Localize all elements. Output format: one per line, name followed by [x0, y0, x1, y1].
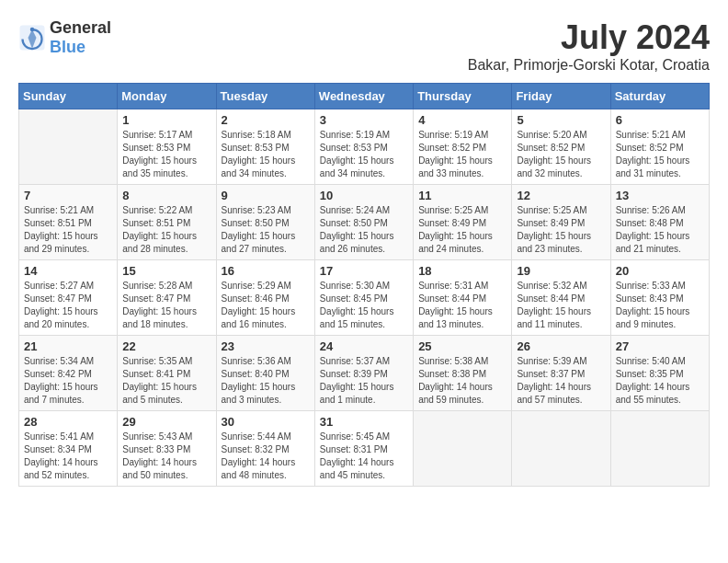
logo-blue: Blue — [50, 38, 85, 56]
day-number: 1 — [122, 113, 210, 127]
day-info: Sunrise: 5:22 AM Sunset: 8:51 PM Dayligh… — [122, 204, 210, 256]
day-cell: 4Sunrise: 5:19 AM Sunset: 8:52 PM Daylig… — [414, 109, 512, 185]
logo-general: General — [50, 18, 111, 37]
page-header: General Blue July 2024 Bakar, Primorje-G… — [18, 18, 710, 74]
day-info: Sunrise: 5:39 AM Sunset: 8:37 PM Dayligh… — [517, 355, 605, 407]
day-info: Sunrise: 5:45 AM Sunset: 8:31 PM Dayligh… — [320, 431, 408, 482]
day-cell: 15Sunrise: 5:28 AM Sunset: 8:47 PM Dayli… — [118, 260, 216, 336]
location-title: Bakar, Primorje-Gorski Kotar, Croatia — [468, 57, 710, 74]
day-cell: 28Sunrise: 5:41 AM Sunset: 8:34 PM Dayli… — [19, 411, 118, 487]
day-info: Sunrise: 5:21 AM Sunset: 8:52 PM Dayligh… — [616, 129, 704, 180]
day-number: 5 — [517, 113, 605, 127]
day-cell: 21Sunrise: 5:34 AM Sunset: 8:42 PM Dayli… — [19, 336, 118, 411]
day-info: Sunrise: 5:24 AM Sunset: 8:50 PM Dayligh… — [320, 204, 408, 256]
day-cell: 3Sunrise: 5:19 AM Sunset: 8:53 PM Daylig… — [314, 109, 413, 185]
day-info: Sunrise: 5:44 AM Sunset: 8:32 PM Dayligh… — [222, 431, 310, 482]
day-cell — [414, 411, 512, 487]
header-wednesday: Wednesday — [314, 84, 413, 109]
day-cell: 5Sunrise: 5:20 AM Sunset: 8:52 PM Daylig… — [512, 109, 610, 185]
day-cell: 6Sunrise: 5:21 AM Sunset: 8:52 PM Daylig… — [610, 109, 709, 185]
day-number: 14 — [24, 264, 112, 278]
day-info: Sunrise: 5:19 AM Sunset: 8:52 PM Dayligh… — [418, 129, 506, 180]
calendar-header-row: SundayMondayTuesdayWednesdayThursdayFrid… — [19, 84, 710, 109]
day-number: 8 — [122, 189, 210, 202]
day-info: Sunrise: 5:20 AM Sunset: 8:52 PM Dayligh… — [517, 129, 605, 180]
day-number: 21 — [24, 339, 112, 353]
day-number: 13 — [616, 189, 704, 202]
day-cell: 12Sunrise: 5:25 AM Sunset: 8:49 PM Dayli… — [512, 185, 610, 260]
day-info: Sunrise: 5:33 AM Sunset: 8:43 PM Dayligh… — [616, 280, 704, 331]
header-monday: Monday — [118, 84, 216, 109]
logo-text: General Blue — [50, 18, 111, 57]
day-number: 30 — [222, 415, 310, 429]
day-number: 23 — [222, 339, 310, 353]
day-cell: 25Sunrise: 5:38 AM Sunset: 8:38 PM Dayli… — [414, 336, 512, 411]
day-info: Sunrise: 5:26 AM Sunset: 8:48 PM Dayligh… — [616, 204, 704, 256]
day-info: Sunrise: 5:17 AM Sunset: 8:53 PM Dayligh… — [122, 129, 210, 180]
day-cell: 24Sunrise: 5:37 AM Sunset: 8:39 PM Dayli… — [314, 336, 413, 411]
day-number: 2 — [222, 113, 310, 127]
day-cell — [512, 411, 610, 487]
week-row-4: 21Sunrise: 5:34 AM Sunset: 8:42 PM Dayli… — [19, 336, 710, 411]
day-info: Sunrise: 5:30 AM Sunset: 8:45 PM Dayligh… — [320, 280, 408, 331]
day-cell — [610, 411, 709, 487]
day-cell: 30Sunrise: 5:44 AM Sunset: 8:32 PM Dayli… — [216, 411, 314, 487]
day-info: Sunrise: 5:25 AM Sunset: 8:49 PM Dayligh… — [418, 204, 506, 256]
week-row-3: 14Sunrise: 5:27 AM Sunset: 8:47 PM Dayli… — [19, 260, 710, 336]
day-number: 18 — [418, 264, 506, 278]
day-cell: 19Sunrise: 5:32 AM Sunset: 8:44 PM Dayli… — [512, 260, 610, 336]
day-cell: 14Sunrise: 5:27 AM Sunset: 8:47 PM Dayli… — [19, 260, 118, 336]
week-row-1: 1Sunrise: 5:17 AM Sunset: 8:53 PM Daylig… — [19, 109, 710, 185]
day-cell: 8Sunrise: 5:22 AM Sunset: 8:51 PM Daylig… — [118, 185, 216, 260]
day-cell: 9Sunrise: 5:23 AM Sunset: 8:50 PM Daylig… — [216, 185, 314, 260]
day-cell: 1Sunrise: 5:17 AM Sunset: 8:53 PM Daylig… — [118, 109, 216, 185]
day-number: 7 — [24, 189, 112, 202]
day-info: Sunrise: 5:43 AM Sunset: 8:33 PM Dayligh… — [122, 431, 210, 482]
logo-icon — [18, 24, 46, 52]
day-number: 28 — [24, 415, 112, 429]
day-cell: 31Sunrise: 5:45 AM Sunset: 8:31 PM Dayli… — [314, 411, 413, 487]
day-cell: 26Sunrise: 5:39 AM Sunset: 8:37 PM Dayli… — [512, 336, 610, 411]
day-cell: 18Sunrise: 5:31 AM Sunset: 8:44 PM Dayli… — [414, 260, 512, 336]
day-info: Sunrise: 5:25 AM Sunset: 8:49 PM Dayligh… — [517, 204, 605, 256]
day-cell: 29Sunrise: 5:43 AM Sunset: 8:33 PM Dayli… — [118, 411, 216, 487]
day-cell: 11Sunrise: 5:25 AM Sunset: 8:49 PM Dayli… — [414, 185, 512, 260]
day-info: Sunrise: 5:37 AM Sunset: 8:39 PM Dayligh… — [320, 355, 408, 407]
day-number: 31 — [320, 415, 408, 429]
day-number: 25 — [418, 339, 506, 353]
day-number: 19 — [517, 264, 605, 278]
day-number: 6 — [616, 113, 704, 127]
day-cell: 23Sunrise: 5:36 AM Sunset: 8:40 PM Dayli… — [216, 336, 314, 411]
day-number: 12 — [517, 189, 605, 202]
day-info: Sunrise: 5:29 AM Sunset: 8:46 PM Dayligh… — [222, 280, 310, 331]
day-number: 9 — [222, 189, 310, 202]
day-info: Sunrise: 5:36 AM Sunset: 8:40 PM Dayligh… — [222, 355, 310, 407]
day-info: Sunrise: 5:41 AM Sunset: 8:34 PM Dayligh… — [24, 431, 112, 482]
day-info: Sunrise: 5:19 AM Sunset: 8:53 PM Dayligh… — [320, 129, 408, 180]
day-cell: 17Sunrise: 5:30 AM Sunset: 8:45 PM Dayli… — [314, 260, 413, 336]
day-info: Sunrise: 5:35 AM Sunset: 8:41 PM Dayligh… — [122, 355, 210, 407]
day-info: Sunrise: 5:31 AM Sunset: 8:44 PM Dayligh… — [418, 280, 506, 331]
day-info: Sunrise: 5:18 AM Sunset: 8:53 PM Dayligh… — [222, 129, 310, 180]
logo: General Blue — [18, 18, 111, 57]
month-title: July 2024 — [468, 18, 710, 57]
header-thursday: Thursday — [414, 84, 512, 109]
day-number: 20 — [616, 264, 704, 278]
day-number: 11 — [418, 189, 506, 202]
day-info: Sunrise: 5:34 AM Sunset: 8:42 PM Dayligh… — [24, 355, 112, 407]
header-saturday: Saturday — [610, 84, 709, 109]
day-cell: 2Sunrise: 5:18 AM Sunset: 8:53 PM Daylig… — [216, 109, 314, 185]
day-cell: 10Sunrise: 5:24 AM Sunset: 8:50 PM Dayli… — [314, 185, 413, 260]
day-info: Sunrise: 5:23 AM Sunset: 8:50 PM Dayligh… — [222, 204, 310, 256]
day-number: 10 — [320, 189, 408, 202]
day-number: 29 — [122, 415, 210, 429]
day-info: Sunrise: 5:21 AM Sunset: 8:51 PM Dayligh… — [24, 204, 112, 256]
title-area: July 2024 Bakar, Primorje-Gorski Kotar, … — [468, 18, 710, 74]
day-number: 24 — [320, 339, 408, 353]
header-sunday: Sunday — [19, 84, 118, 109]
svg-point-1 — [30, 28, 35, 32]
day-number: 22 — [122, 339, 210, 353]
day-number: 4 — [418, 113, 506, 127]
day-info: Sunrise: 5:28 AM Sunset: 8:47 PM Dayligh… — [122, 280, 210, 331]
day-cell: 20Sunrise: 5:33 AM Sunset: 8:43 PM Dayli… — [610, 260, 709, 336]
